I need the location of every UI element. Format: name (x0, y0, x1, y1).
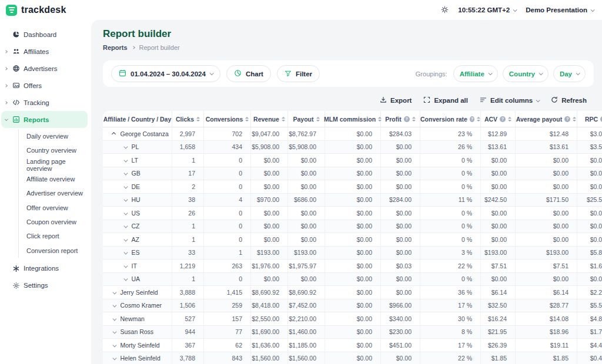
sidebar-item-dashboard[interactable]: Dashboard (1, 26, 88, 43)
header-cell-clicks[interactable]: Clicks (172, 111, 204, 127)
cell-profit: $340.00 (381, 312, 420, 325)
timezone-value: 10:55:22 GMT+2 (458, 6, 510, 14)
submenu-item-daily-overview[interactable]: Daily overview (26, 129, 91, 143)
row-caret-down-icon[interactable] (124, 144, 128, 148)
row-caret-down-icon[interactable] (124, 184, 128, 188)
submenu-item-advertiser-overview[interactable]: Advertiser overview (26, 186, 91, 200)
sidebar-item-reports[interactable]: Reports (1, 111, 88, 128)
submenu-item-country-overview[interactable]: Country overview (26, 143, 91, 157)
row-caret-down-icon[interactable] (124, 158, 128, 161)
header-cell-profit[interactable]: Profit (381, 111, 420, 127)
expand-icon (423, 96, 430, 105)
table-row-it[interactable]: IT1,219263$1,976.00$1,975.97$0.00$0.0322… (103, 259, 602, 273)
date-range-picker[interactable]: 01.04.2024 – 30.04.2024 (111, 65, 220, 82)
table-row-hu[interactable]: HU384$970.00$686.00$0.00$284.0011 %$242.… (103, 194, 602, 207)
sidebar-item-settings[interactable]: Settings (1, 277, 88, 294)
row-caret-down-icon[interactable] (113, 356, 116, 359)
groupings: Groupings: AffiliateCountryDay (416, 65, 586, 82)
row-caret-down-icon[interactable] (113, 329, 116, 333)
table-row-de[interactable]: DE20$0.00$0.00$0.00$0.000 %$0.00$0.00$0.… (103, 180, 602, 194)
table-row-susan-ross[interactable]: Susan Ross94477$1,690.00$1,460.00$0.00$2… (103, 326, 602, 339)
row-caret-down-icon[interactable] (124, 171, 128, 174)
table-row-morty-seinfeld[interactable]: Morty Seinfeld36762$1,636.00$1,185.00$0.… (103, 339, 602, 352)
row-caret-down-icon[interactable] (113, 316, 116, 320)
cell-clicks: 1 (172, 154, 204, 167)
sidebar-item-integrations[interactable]: Integrations (1, 260, 88, 277)
table-row-cz[interactable]: CZ10$0.00$0.00$0.00$0.000 %$0.00$0.00$0.… (103, 220, 602, 234)
table-row-az[interactable]: AZ10$0.00$0.00$0.00$0.000 %$0.00$0.00$0.… (103, 233, 602, 247)
sidebar-item-affiliates[interactable]: Affiliates (1, 43, 88, 60)
submenu-item-click-report[interactable]: Click report (26, 229, 91, 243)
submenu-item-offer-overview[interactable]: Offer overview (26, 200, 91, 214)
row-name-cell: DE (103, 180, 172, 193)
column-label: ACV (484, 116, 497, 123)
expand-all-button[interactable]: Expand all (423, 96, 468, 105)
row-caret-down-icon[interactable] (113, 343, 116, 346)
table-row-es[interactable]: ES331$193.00$193.00$0.00$0.003 %$193.00$… (103, 247, 602, 260)
breadcrumb-reports-link[interactable]: Reports (103, 44, 128, 51)
table-row-us[interactable]: US260$0.00$0.00$0.00$0.000 %$0.00$0.00$0… (103, 207, 602, 220)
submenu-item-landing-page-overview[interactable]: Landing page overview (26, 158, 91, 172)
header-cell-average-payout[interactable]: Average payout (516, 111, 577, 127)
header-cell-mlm-commission[interactable]: MLM commission (325, 111, 381, 127)
theme-toggle[interactable] (441, 6, 449, 15)
row-caret-down-icon[interactable] (124, 197, 128, 201)
row-caret-down-icon[interactable] (113, 303, 116, 306)
cell-clicks: 1 (172, 220, 204, 233)
cell-mlm-commission: $0.00 (325, 154, 381, 167)
chart-button[interactable]: Chart (226, 65, 271, 82)
sidebar-item-advertisers[interactable]: Advertisers (1, 60, 88, 77)
header-cell-revenue[interactable]: Revenue (251, 111, 288, 127)
grouping-day[interactable]: Day (553, 65, 586, 82)
header-cell-conversions[interactable]: Conversions (204, 111, 251, 127)
cell-rpc: $0.00 (577, 207, 602, 220)
help-icon[interactable] (500, 116, 506, 122)
help-icon[interactable] (470, 116, 474, 122)
edit-columns-button[interactable]: Edit columns (480, 96, 539, 105)
table-row-jerry-seinfeld[interactable]: Jerry Seinfeld3,8881,415$8,690.92$8,690.… (103, 286, 602, 299)
table-row-newman[interactable]: Newman527157$2,550.00$2,210.00$0.00$340.… (103, 312, 602, 326)
cell-profit: $0.00 (381, 273, 420, 286)
row-caret-down-icon[interactable] (124, 250, 128, 254)
sidebar-item-offers[interactable]: Offers (1, 77, 88, 94)
sidebar-item-tracking[interactable]: Tracking (1, 94, 88, 111)
row-caret-down-icon[interactable] (124, 277, 128, 280)
table-row-pl[interactable]: PL1,658434$5,908.00$5,908.00$0.00$0.0026… (103, 141, 602, 154)
refresh-button[interactable]: Refresh (551, 96, 587, 105)
table-row-gb[interactable]: GB170$0.00$0.00$0.00$0.000 %$0.00$0.00$0… (103, 167, 602, 181)
cell-payout: $0.00 (288, 154, 325, 167)
grouping-country[interactable]: Country (503, 65, 549, 82)
submenu-item-conversion-report[interactable]: Conversion report (26, 243, 91, 257)
chevron-right-icon (4, 84, 8, 87)
brand-logo[interactable]: trackdesk (6, 5, 66, 16)
row-caret-down-icon[interactable] (124, 211, 128, 214)
cell-average-payout: $1.85 (516, 352, 577, 364)
row-caret-down-icon[interactable] (124, 224, 128, 227)
help-icon[interactable] (564, 116, 570, 122)
submenu-item-coupon-overview[interactable]: Coupon overview (26, 215, 91, 229)
header-cell-conversion-rate[interactable]: Conversion rate (420, 111, 481, 127)
filter-button[interactable]: Filter (277, 65, 320, 82)
grouping-affiliate[interactable]: Affiliate (453, 65, 498, 82)
table-row-ua[interactable]: UA10$0.00$0.00$0.00$0.000 %$0.00$0.00$0.… (103, 273, 602, 287)
header-cell-acv[interactable]: ACV (481, 111, 516, 127)
table-row-cosmo-kramer[interactable]: Cosmo Kramer1,506259$8,418.00$7,452.00$0… (103, 299, 602, 313)
columns-icon (480, 96, 487, 105)
submenu-item-affiliate-overview[interactable]: Affiliate overview (26, 172, 91, 186)
row-caret-down-icon[interactable] (124, 264, 128, 267)
help-icon[interactable] (404, 116, 410, 122)
table-row-george-costanza[interactable]: George Costanza2,997702$9,047.00$8,762.9… (103, 127, 602, 141)
export-button[interactable]: Export (380, 96, 412, 105)
row-caret-down-icon[interactable] (124, 237, 128, 241)
cell-revenue: $5,908.00 (251, 141, 288, 154)
cell-clicks: 367 (172, 339, 204, 352)
table-row-lt[interactable]: LT10$0.00$0.00$0.00$0.000 %$0.00$0.00$0.… (103, 154, 602, 167)
cell-conversion-rate: 0 % (420, 207, 481, 220)
header-cell-payout[interactable]: Payout (288, 111, 325, 127)
row-caret-up-icon[interactable] (112, 132, 115, 136)
account-menu[interactable]: Demo Presentation (526, 6, 594, 14)
row-caret-down-icon[interactable] (113, 290, 116, 294)
cell-mlm-commission: $0.00 (325, 273, 381, 286)
table-row-helen-seinfeld[interactable]: Helen Seinfeld3,788843$1,560.00$1,560.00… (103, 352, 602, 364)
timezone-dropdown[interactable]: 10:55:22 GMT+2 (458, 6, 516, 14)
